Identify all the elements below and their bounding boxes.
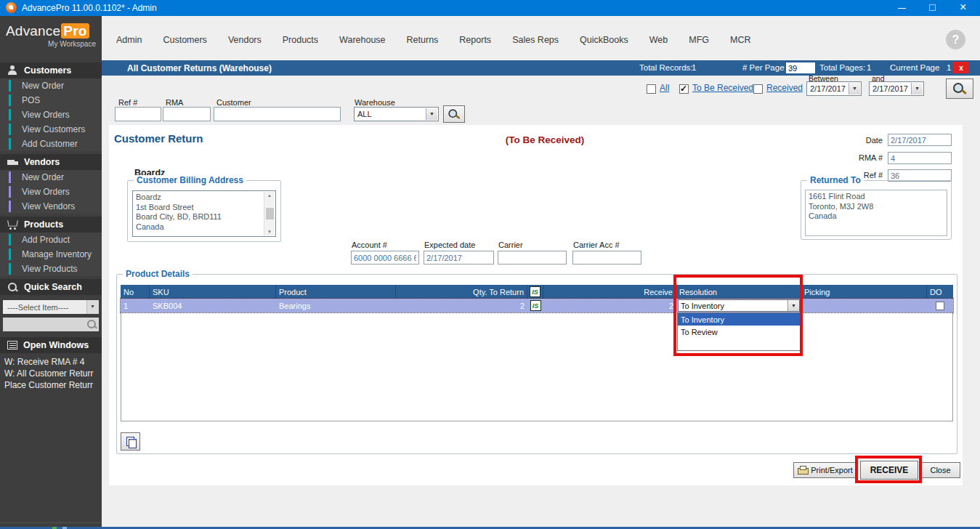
sidebar-products-add-product[interactable]: Add Product [0,233,102,247]
window-header: All Customer Returns (Warehouse) Total R… [102,60,980,76]
filter-received-checkbox[interactable] [753,84,763,94]
printer-icon [798,466,808,475]
maximize-button[interactable] [921,0,946,16]
sidebar-section-customers: Customers [0,62,102,78]
cell-is[interactable]: IS [527,299,543,312]
open-window-all-customer-returns[interactable]: W: All Customer Returr [0,368,102,380]
search-icon [448,108,461,119]
filter-to-be-received-link[interactable]: To Be Received [692,83,753,93]
account-label: Account # [352,241,387,249]
menu-sales-reps[interactable]: Sales Reps [512,35,559,45]
sidebar-customers-new-order[interactable]: New Order [0,78,102,93]
date-to-select[interactable]: 2/17/2017 [869,81,924,96]
resolution-dropdown-list: To Inventory To Review [677,312,801,351]
sidebar: AdvancePro My Workspace Customers New Or… [0,16,102,527]
filter-search-button[interactable] [443,105,465,123]
scrollbar[interactable] [264,192,275,235]
quick-search-select[interactable]: ----Select Item---- [3,300,99,314]
chevron-down-icon [911,83,923,94]
cell-sku: SKB004 [150,299,276,312]
app-icon [6,2,17,13]
carrier-acc-input[interactable] [572,251,641,264]
sidebar-vendors-view-vendors[interactable]: View Vendors [0,199,102,214]
expected-date-input[interactable] [424,251,494,264]
sidebar-section-open-windows: Open Windows [0,337,102,353]
sidebar-customers-view-customers[interactable]: View Customers [0,122,102,137]
per-page-input[interactable] [786,62,815,73]
is-icon[interactable]: IS [530,300,541,311]
vendors-icon [7,157,18,167]
sidebar-customers-view-orders[interactable]: View Orders [0,108,102,122]
carrier-input[interactable] [498,251,567,264]
col-sku: SKU [150,285,276,299]
minimize-icon [898,8,906,9]
date-input[interactable] [888,134,952,146]
cell-picking [801,299,927,312]
menu-vendors[interactable]: Vendors [228,35,262,45]
menu-products[interactable]: Products [283,35,318,45]
open-window-receive-rma[interactable]: W: Receive RMA # 4 [0,357,102,368]
menu-mcr[interactable]: MCR [730,35,750,45]
rma-filter-input[interactable] [163,107,211,121]
billing-address-listbox[interactable]: Boardz 1st Board Street Board City, BD, … [132,190,276,237]
total-pages-label: Total Pages: [819,63,865,72]
table-row[interactable]: 1 SKB004 Bearings 2 IS 2 To Inventory [121,299,953,312]
search-icon [952,82,967,95]
print-export-button[interactable]: Print/Export [793,462,857,478]
open-window-place-customer-return[interactable]: Place Customer Returr [0,380,102,392]
per-page-label: # Per Page [742,63,785,72]
menu-reports[interactable]: Reports [459,35,491,45]
ref-filter-input[interactable] [115,107,161,121]
col-no: No [121,285,150,299]
billing-address-group: Customer Billing Address Boardz 1st Boar… [127,180,281,242]
resolution-select[interactable]: To Inventory [678,299,800,312]
filter-received-link[interactable]: Received [766,83,803,93]
menu-customers[interactable]: Customers [163,35,206,45]
total-records-value: 1 [692,63,696,72]
customer-filter-input[interactable] [214,107,341,121]
warehouse-select[interactable]: ALL [354,107,439,121]
minimize-button[interactable] [890,0,915,16]
sidebar-customers-pos[interactable]: POS [0,93,102,108]
do-checkbox[interactable] [936,302,944,310]
date-search-button[interactable] [946,78,973,99]
filter-all-link[interactable]: All [660,83,669,93]
app-logo: AdvancePro My Workspace [0,16,102,60]
product-table-header: No SKU Product Qty. To Return IS Receive… [121,285,953,299]
filter-all-checkbox[interactable] [647,84,656,94]
copy-grid-button[interactable] [121,432,140,451]
help-icon[interactable]: ? [946,30,965,49]
menu-quickbooks[interactable]: QuickBooks [580,35,628,45]
sidebar-customers-add-customer[interactable]: Add Customer [0,137,102,151]
sidebar-products-manage-inventory[interactable]: Manage Inventory [0,247,102,262]
cell-do [927,299,953,312]
sidebar-vendors-view-orders[interactable]: View Orders [0,185,102,199]
customers-icon [7,65,18,76]
menu-admin[interactable]: Admin [116,35,142,45]
menu-web[interactable]: Web [649,35,668,45]
resolution-option-to-review[interactable]: To Review [678,326,800,338]
sidebar-vendors-new-order[interactable]: New Order [0,170,102,185]
receive-button[interactable]: RECEIVE [860,461,918,480]
resolution-option-to-inventory[interactable]: To Inventory [678,313,800,326]
menu-returns[interactable]: Returns [407,35,439,45]
quick-search-input[interactable] [3,318,99,331]
close-window-button[interactable]: x [953,62,969,73]
menu-mfg[interactable]: MFG [689,35,709,45]
close-button[interactable] [952,0,977,16]
window-title: AdvancePro 11.00.0.1102* - Admin [22,3,157,13]
date-from-select[interactable]: 2/17/2017 [806,81,862,96]
scroll-thumb[interactable] [266,208,274,219]
logo-brand: Advance [6,23,60,39]
rma-input[interactable] [888,152,952,164]
sidebar-products-view-products[interactable]: View Products [0,262,102,276]
chevron-down-icon [787,300,799,311]
filter-to-be-received-checkbox[interactable] [679,84,689,94]
col-resolution: Resolution [676,285,801,299]
sidebar-section-products: Products [0,217,102,233]
carrier-label: Carrier [498,241,523,249]
menu-warehouse[interactable]: Warehouse [339,35,385,45]
account-input[interactable] [351,251,419,264]
close-form-button[interactable]: Close [920,462,960,478]
cell-qty: 2 [396,299,527,312]
